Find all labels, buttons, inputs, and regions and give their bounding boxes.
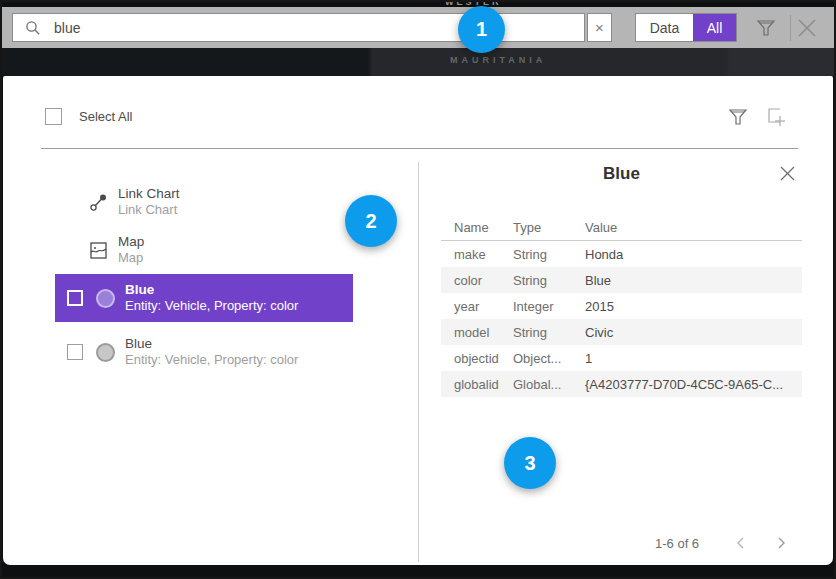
cell-type: Integer — [513, 299, 585, 314]
table-row: make String Honda — [441, 241, 802, 267]
annotation-badge-1: 1 — [458, 6, 505, 53]
annotation-number: 3 — [524, 452, 535, 475]
item-checkbox[interactable] — [67, 344, 83, 360]
item-title: Blue — [125, 336, 298, 352]
select-all-control[interactable]: Select All — [45, 108, 132, 125]
page-next-icon[interactable] — [774, 536, 788, 550]
clear-search-button[interactable]: × — [587, 13, 612, 42]
annotation-badge-2: 2 — [345, 195, 397, 247]
scope-all-button[interactable]: All — [693, 14, 736, 41]
cell-type: String — [513, 325, 585, 340]
list-item-map[interactable]: Map Map — [55, 226, 353, 274]
toolbar-divider — [790, 15, 791, 41]
cell-value: Civic — [585, 325, 802, 340]
header-name: Name — [441, 220, 513, 235]
header-value: Value — [585, 220, 802, 235]
table-row: model String Civic — [441, 319, 802, 345]
map-label-mauritania: MAURITANIA — [450, 55, 546, 65]
select-all-label: Select All — [79, 109, 132, 124]
detail-close-icon[interactable] — [778, 164, 797, 183]
map-icon — [89, 240, 108, 260]
header-divider — [41, 148, 798, 149]
table-row: year Integer 2015 — [441, 293, 802, 319]
close-search-icon[interactable] — [796, 17, 818, 39]
page-prev-icon[interactable] — [734, 536, 748, 550]
item-title: Map — [118, 234, 144, 250]
select-all-checkbox[interactable] — [45, 108, 62, 125]
cell-value: Blue — [585, 273, 802, 288]
cell-value: {A4203777-D70D-4C5C-9A65-C... — [585, 377, 802, 392]
annotation-number: 1 — [476, 18, 487, 41]
table-row: color String Blue — [441, 267, 802, 293]
cell-name: color — [441, 273, 513, 288]
list-item-blue-selected[interactable]: Blue Entity: Vehicle, Property: color — [55, 274, 353, 322]
detail-title: Blue — [441, 164, 802, 184]
scope-segmented-control: Data All — [635, 13, 737, 42]
table-header-row: Name Type Value — [441, 214, 802, 240]
entity-circle-icon — [96, 343, 115, 362]
pagination: 1-6 of 6 — [441, 534, 802, 554]
cell-name: model — [441, 325, 513, 340]
map-label-western: WESTER — [445, 0, 502, 7]
annotation-number: 2 — [365, 210, 376, 233]
cell-value: 1 — [585, 351, 802, 366]
cell-type: String — [513, 273, 585, 288]
item-subtitle: Entity: Vehicle, Property: color — [125, 352, 298, 368]
entity-circle-icon — [96, 289, 115, 308]
content-divider — [418, 162, 419, 562]
app-window: WESTER × Data All MAURITANIA — [0, 0, 836, 579]
cell-name: year — [441, 299, 513, 314]
filter-icon[interactable] — [755, 17, 777, 39]
annotation-badge-3: 3 — [504, 437, 556, 489]
table-row: objectid Object... 1 — [441, 345, 802, 371]
cell-value: 2015 — [585, 299, 802, 314]
search-results-panel: Select All Link Chart Link Chart — [3, 76, 833, 565]
scope-data-button[interactable]: Data — [636, 14, 693, 41]
cell-type: Global... — [513, 377, 585, 392]
item-checkbox[interactable] — [67, 290, 83, 306]
cell-name: globalid — [441, 377, 513, 392]
cell-value: Honda — [585, 247, 802, 262]
item-subtitle: Map — [118, 250, 144, 266]
results-filter-icon[interactable] — [727, 106, 749, 128]
attribute-table: Name Type Value make String Honda color … — [441, 214, 802, 397]
map-background: MAURITANIA — [2, 48, 834, 76]
item-subtitle: Link Chart — [118, 202, 180, 218]
table-body: make String Honda color String Blue year… — [441, 241, 802, 397]
table-row: globalid Global... {A4203777-D70D-4C5C-9… — [441, 371, 802, 397]
search-icon — [25, 20, 41, 36]
link-chart-icon — [89, 192, 108, 212]
search-toolbar: × Data All — [2, 7, 834, 48]
item-subtitle: Entity: Vehicle, Property: color — [125, 298, 298, 314]
header-type: Type — [513, 220, 585, 235]
list-item-blue[interactable]: Blue Entity: Vehicle, Property: color — [55, 328, 353, 376]
item-title: Blue — [125, 282, 298, 298]
cell-name: objectid — [441, 351, 513, 366]
list-item-link-chart[interactable]: Link Chart Link Chart — [55, 178, 353, 226]
add-to-selection-icon[interactable] — [765, 106, 789, 130]
cell-type: Object... — [513, 351, 585, 366]
item-title: Link Chart — [118, 186, 180, 202]
cell-type: String — [513, 247, 585, 262]
cell-name: make — [441, 247, 513, 262]
pagination-label: 1-6 of 6 — [655, 536, 699, 551]
